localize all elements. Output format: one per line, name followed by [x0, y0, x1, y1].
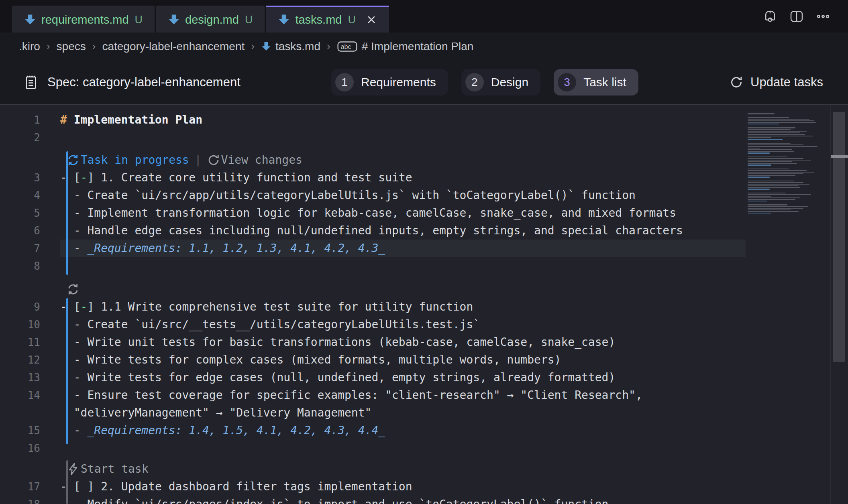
refresh-icon [730, 75, 743, 89]
step-number-badge: 1 [335, 73, 354, 91]
step-number-badge: 3 [558, 73, 576, 91]
step-number-badge: 2 [465, 73, 484, 91]
step-label: Design [491, 75, 528, 89]
line-number: 5 [0, 204, 40, 222]
lightning-bolt-icon [67, 463, 80, 476]
sync-spinner-icon [67, 283, 80, 296]
git-status-badge: U [245, 14, 253, 26]
line-number: 13 [0, 369, 40, 386]
code-line[interactable]: 16 [0, 439, 848, 457]
breadcrumb-separator: › [47, 40, 50, 53]
code-line[interactable]: 4 - Create `ui/src/app/utils/categoryLab… [0, 187, 848, 204]
breadcrumb-item[interactable]: specs [57, 40, 86, 53]
code-line[interactable]: 7 - _Requirements: 1.1, 1.2, 1.3, 4.1, 4… [0, 240, 848, 257]
minimap-block [748, 204, 827, 213]
tab-tasks.md[interactable]: tasks.mdU [266, 6, 389, 33]
start-task-link[interactable]: Start task [81, 460, 149, 478]
spec-header: Spec: category-label-enhancement [23, 60, 241, 104]
minimap-block [748, 193, 827, 202]
line-number: 4 [0, 187, 40, 204]
git-status-badge: U [135, 14, 143, 26]
breadcrumb-item[interactable]: category-label-enhancement [102, 40, 245, 53]
line-number: 10 [0, 316, 40, 333]
tab-design.md[interactable]: design.mdU [156, 6, 265, 33]
more-actions-icon[interactable] [816, 9, 830, 24]
minimap[interactable] [748, 113, 827, 216]
spec-step-requirements[interactable]: 1Requirements [331, 69, 448, 96]
code-line[interactable]: 5 - Implement transformation logic for k… [0, 204, 848, 222]
code-line[interactable]: 8 [0, 257, 848, 275]
line-number: 3 [0, 169, 40, 187]
tab-label: requirements.md [41, 13, 129, 26]
line-number: 6 [0, 222, 40, 240]
breadcrumb-separator: › [251, 40, 255, 53]
code-lines: 1# Implementation Plan2Task in progress|… [0, 105, 848, 504]
breadcrumb: .kiro›specs›category-label-enhancement›t… [0, 33, 848, 60]
editor-actions [763, 0, 830, 33]
step-label: Requirements [361, 75, 436, 89]
tab-label: design.md [185, 13, 239, 26]
codelens-spinner [0, 280, 848, 298]
code-line[interactable]: 18 - Modify `ui/src/pages/index.js` to i… [0, 496, 848, 504]
code-line[interactable]: 11 - Write unit tests for basic transfor… [0, 333, 848, 351]
tab-list: requirements.mdUdesign.mdUtasks.mdU [12, 6, 389, 33]
tab-requirements.md[interactable]: requirements.mdU [12, 6, 155, 33]
minimap-block [748, 117, 827, 125]
kiro-agent-icon[interactable] [763, 9, 777, 24]
markdown-file-icon [261, 41, 271, 52]
code-line[interactable]: 9- [-] 1.1 Write comprehensive test suit… [0, 298, 848, 316]
code-line[interactable]: 14 - Ensure test coverage for specific e… [0, 386, 848, 404]
task-in-progress-label[interactable]: Task in progress [81, 151, 189, 169]
tab-bar: requirements.mdUdesign.mdUtasks.mdU [0, 0, 848, 33]
spec-step-design[interactable]: 2Design [461, 69, 540, 96]
view-changes-link[interactable]: View changes [221, 151, 302, 169]
pending-task-bar [66, 460, 68, 504]
line-number: 1 [0, 111, 40, 129]
scrollbar-thumb[interactable] [833, 112, 845, 362]
line-number: 9 [0, 298, 40, 316]
line-number: 15 [0, 422, 40, 439]
code-line[interactable]: 10 - Create `ui/src/__tests__/utils/cate… [0, 316, 848, 333]
line-number [0, 404, 40, 422]
update-tasks-button[interactable]: Update tasks [730, 60, 823, 104]
minimap-block [748, 181, 827, 190]
code-line[interactable]: 2 [0, 129, 848, 146]
code-line[interactable]: 12 - Write tests for complex cases (mixe… [0, 351, 848, 369]
line-number: 16 [0, 439, 40, 457]
line-number: 11 [0, 333, 40, 351]
git-status-badge: U [348, 14, 356, 26]
code-line[interactable]: 1# Implementation Plan [0, 111, 848, 129]
code-line[interactable]: "deliveryManagement" → "Delivery Managem… [0, 404, 848, 422]
breadcrumb-item[interactable]: abc# Implementation Plan [337, 40, 474, 53]
code-line[interactable]: 3- [-] 1. Create core utility function a… [0, 169, 848, 187]
active-task-bar [66, 151, 68, 275]
code-line[interactable]: 15 - _Requirements: 1.4, 1.5, 4.1, 4.2, … [0, 422, 848, 439]
markdown-file-icon [168, 14, 180, 26]
minimap-block [748, 143, 827, 154]
symbol-string-icon: abc [337, 40, 358, 53]
scrollbar[interactable] [830, 105, 848, 504]
breadcrumb-item[interactable]: .kiro [19, 40, 40, 53]
tab-label: tasks.md [295, 13, 342, 26]
line-number: 8 [0, 257, 40, 275]
codelens-start-task: Start task [0, 460, 848, 478]
breadcrumb-item[interactable]: tasks.md [261, 40, 320, 53]
markdown-file-icon [278, 14, 290, 26]
active-task-bar [66, 298, 68, 444]
minimap-block [748, 113, 827, 114]
spec-bar: Spec: category-label-enhancement 1Requir… [0, 60, 848, 105]
spec-notepad-icon [23, 74, 39, 90]
spec-step-task-list[interactable]: 3Task list [554, 69, 638, 96]
editor[interactable]: 1# Implementation Plan2Task in progress|… [0, 105, 848, 504]
code-line[interactable]: 13 - Write tests for edge cases (null, u… [0, 369, 848, 386]
spec-title: Spec: category-label-enhancement [47, 75, 241, 89]
breadcrumb-separator: › [92, 40, 96, 53]
breadcrumb-separator: › [327, 40, 330, 53]
code-line[interactable]: 17- [ ] 2. Update dashboard filter tags … [0, 478, 848, 496]
code-line[interactable]: 6 - Handle edge cases including null/und… [0, 222, 848, 240]
split-editor-icon[interactable] [789, 9, 804, 24]
minimap-block [748, 169, 827, 178]
close-icon[interactable] [366, 14, 377, 25]
line-number: 7 [0, 240, 40, 257]
codelens-task-in-progress: Task in progress|View changes [0, 151, 848, 169]
